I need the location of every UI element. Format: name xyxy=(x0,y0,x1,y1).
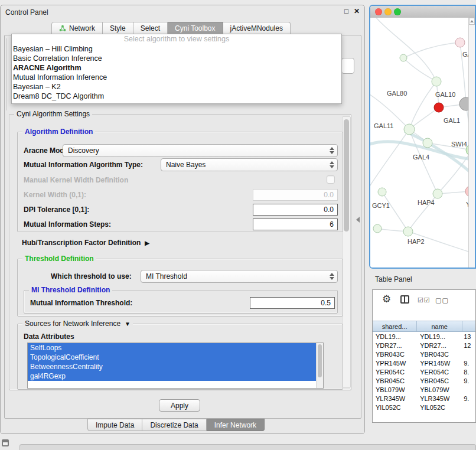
float-panel-button[interactable]: □ xyxy=(344,8,348,15)
sources-title: Sources for Network Inference xyxy=(25,319,120,328)
table-row[interactable]: YBR045CYBR045C9. xyxy=(373,376,475,385)
table-row[interactable]: YDR27...YDR27...12 xyxy=(373,341,475,350)
scrollbar-thumb[interactable] xyxy=(318,344,322,377)
hidden-combo-fragment xyxy=(341,58,354,74)
table-cell: 9. xyxy=(462,377,475,384)
node-label: SWI4 xyxy=(451,141,467,148)
network-window-titlebar[interactable] xyxy=(370,6,475,18)
sources-section-toggle[interactable]: Sources for Network Inference ▼ xyxy=(22,319,133,328)
tab-discretize-data[interactable]: Discretize Data xyxy=(142,419,206,431)
tab-select[interactable]: Select xyxy=(133,22,168,35)
aracne-mode-select[interactable]: Discovery xyxy=(63,144,338,157)
table-cell: YLR345W xyxy=(373,395,417,402)
network-edge xyxy=(370,129,409,189)
network-view-window: GALGAL80GAL10GAL1GAL11SWI4GAL4GCY1HAP4HA… xyxy=(369,5,476,269)
network-node[interactable] xyxy=(459,97,468,110)
mi-threshold-field[interactable]: 0.5 xyxy=(250,297,335,309)
apply-button[interactable]: Apply xyxy=(159,399,200,412)
scroll-up-icon[interactable] xyxy=(469,18,475,25)
data-attribute-item[interactable]: SelfLoops xyxy=(28,343,317,353)
dpi-tolerance-field[interactable]: 0.0 xyxy=(253,204,338,216)
close-window-button[interactable] xyxy=(375,8,382,15)
network-edge xyxy=(409,81,436,129)
table-row[interactable]: YIL052CYIL052C xyxy=(373,403,475,412)
data-attribute-item[interactable]: BetweennessCentrality xyxy=(28,362,317,371)
network-canvas[interactable]: GALGAL80GAL10GAL1GAL11SWI4GAL4GCY1HAP4HA… xyxy=(370,18,468,268)
tab-jactivemnodules[interactable]: jActiveMNodules xyxy=(223,22,291,35)
hub-factor-section-toggle[interactable]: Hub/Transcription Factor Definition ▶ xyxy=(22,239,149,247)
manual-kernel-checkbox[interactable] xyxy=(327,175,335,184)
column-header[interactable] xyxy=(462,321,475,331)
table-row[interactable]: YLR345WYLR345W9. xyxy=(373,394,475,403)
table-row[interactable]: YDL19...YDL19...13 xyxy=(373,332,475,341)
network-node[interactable] xyxy=(455,38,465,47)
table-row[interactable]: YBL079WYBL079W xyxy=(373,385,475,394)
table-cell: YDR27... xyxy=(417,342,462,349)
tab-label: Select xyxy=(141,24,160,32)
network-scrollbar[interactable] xyxy=(468,18,475,268)
collapsed-bottom-panel[interactable] xyxy=(19,444,476,450)
table-cell: YIL052C xyxy=(373,404,417,411)
table-row[interactable]: YER054CYER054C8. xyxy=(373,367,475,376)
table-row[interactable]: YBR043CYBR043C xyxy=(373,350,475,358)
tab-style[interactable]: Style xyxy=(103,22,133,35)
algorithm-option[interactable]: Bayesian – Hill Climbing xyxy=(12,44,341,54)
mi-algorithm-type-select[interactable]: Naive Bayes xyxy=(161,158,338,171)
minimize-window-button[interactable] xyxy=(384,8,392,15)
data-attribute-item[interactable]: gal4RGexp xyxy=(28,371,317,381)
network-node[interactable] xyxy=(432,77,441,86)
table-body: YDL19...YDL19...13YDR27...YDR27...12YBR0… xyxy=(373,332,475,412)
column-header[interactable]: shared... xyxy=(373,321,417,331)
group-title: Threshold Definition xyxy=(22,255,96,263)
zoom-window-button[interactable] xyxy=(394,8,401,15)
network-node[interactable] xyxy=(400,54,407,61)
tab-cyni-toolbox[interactable]: Cyni Toolbox xyxy=(168,22,223,35)
desktop: { "colors": { "section_blue": "#2222cc",… xyxy=(0,0,476,450)
algorithm-option[interactable]: Bayesian – K2 xyxy=(12,82,341,92)
select-all-icon[interactable]: ☑☑ xyxy=(418,296,431,304)
tab-infer-network[interactable]: Infer Network xyxy=(207,419,265,431)
data-attributes-list[interactable]: SelfLoopsTopologicalCoefficientBetweenne… xyxy=(27,343,324,389)
network-node[interactable] xyxy=(404,124,415,135)
tab-network[interactable]: Network xyxy=(51,22,103,35)
control-panel-window: Control Panel □ ✕ Network Style Select C… xyxy=(0,5,365,434)
collapsed-panel-icon[interactable] xyxy=(2,439,9,446)
network-node[interactable] xyxy=(378,188,386,196)
network-node[interactable] xyxy=(434,103,444,112)
gear-icon[interactable]: ⚙ xyxy=(382,293,391,305)
which-threshold-select[interactable]: MI Threshold xyxy=(141,270,338,283)
mi-threshold-group: MI Threshold Definition Mutual Informati… xyxy=(24,290,338,314)
network-node[interactable] xyxy=(403,227,413,236)
network-icon xyxy=(59,25,66,32)
columns-icon[interactable] xyxy=(400,295,409,304)
algorithm-option[interactable]: Dream8 DC_TDC Algorithm xyxy=(12,92,341,101)
algorithm-dropdown-popup: Select algorithm to view settings Bayesi… xyxy=(11,34,342,104)
algorithm-option[interactable]: ARACNE Algorithm xyxy=(12,63,341,73)
cyni-bottom-tabs: Impute Data Discretize Data Infer Networ… xyxy=(87,419,265,431)
algorithm-option[interactable]: Mutual Information Inference xyxy=(12,73,341,82)
settings-scrollbar[interactable] xyxy=(342,116,351,388)
data-attribute-item[interactable]: TopologicalCoefficient xyxy=(28,353,317,362)
network-node[interactable] xyxy=(423,138,432,148)
close-panel-button[interactable]: ✕ xyxy=(354,8,360,15)
tab-impute-data[interactable]: Impute Data xyxy=(87,419,142,431)
tab-label: Network xyxy=(69,24,95,32)
algorithm-option[interactable]: Basic Correlation Inference xyxy=(12,54,341,63)
panel-divider-arrow[interactable] xyxy=(356,217,360,223)
table-row[interactable]: YPR145WYPR145W9. xyxy=(373,358,475,367)
node-label: HAP4 xyxy=(418,199,435,206)
network-node[interactable] xyxy=(373,224,382,233)
network-node[interactable] xyxy=(433,189,442,198)
dpi-tolerance-label: DPI Tolerance [0,1]: xyxy=(24,206,89,214)
deselect-all-icon[interactable]: ▢▢ xyxy=(435,296,449,304)
table-cell: 9. xyxy=(462,395,475,402)
attributes-list-scrollbar[interactable] xyxy=(316,343,323,388)
selected-value: Discovery xyxy=(68,146,99,155)
scrollbar-thumb[interactable] xyxy=(344,119,349,231)
network-edge xyxy=(382,192,408,231)
stepper-arrows-icon xyxy=(330,273,334,280)
table-cell: YBR045C xyxy=(417,377,462,384)
mi-steps-field[interactable]: 6 xyxy=(253,219,338,230)
algorithm-placeholder-option[interactable]: Select algorithm to view settings xyxy=(12,34,341,44)
column-header[interactable]: name xyxy=(417,321,462,331)
